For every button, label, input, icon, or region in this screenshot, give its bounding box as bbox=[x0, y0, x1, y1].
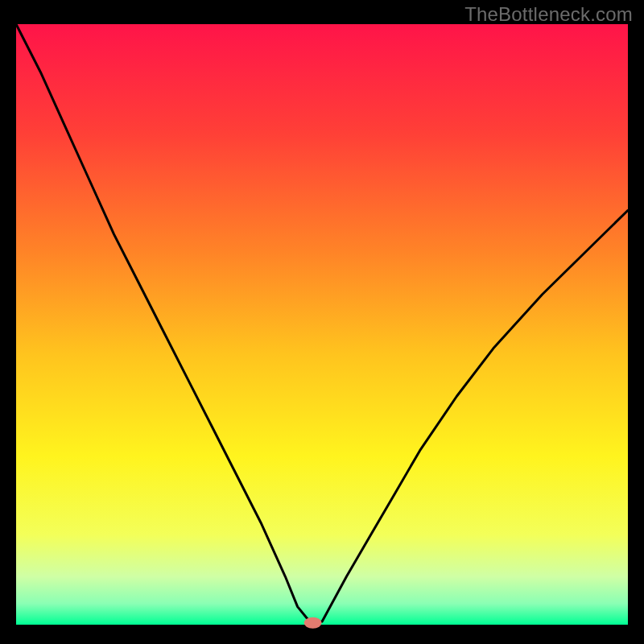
bottleneck-chart bbox=[0, 0, 644, 644]
minimum-marker bbox=[304, 617, 322, 629]
chart-frame: TheBottleneck.com bbox=[0, 0, 644, 644]
plot-background bbox=[16, 24, 628, 625]
watermark-text: TheBottleneck.com bbox=[464, 3, 633, 26]
